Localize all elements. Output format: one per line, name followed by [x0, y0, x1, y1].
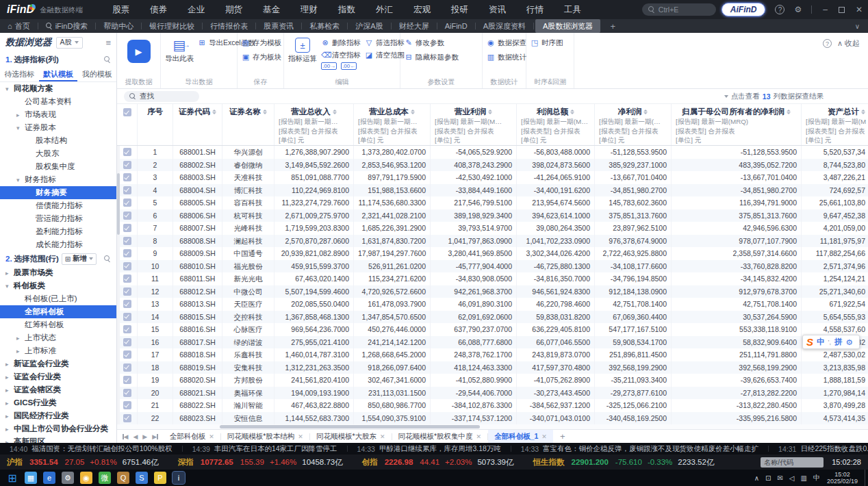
taskbar-clock[interactable]: 15:02 2025/02/19 — [827, 471, 858, 485]
indicator-item[interactable]: ▾财务指标 — [0, 173, 116, 186]
first-sheet-button[interactable]: ◀ — [123, 433, 128, 440]
indicator-item[interactable]: 营运能力指标 — [0, 212, 116, 225]
sidebar-tab[interactable]: 待选指标 — [0, 67, 39, 81]
table-row[interactable]: 17688018.SH乐鑫科技1,460,014,787.31001,268,6… — [117, 348, 868, 361]
new-tab-button[interactable]: + — [602, 21, 624, 31]
nav-tab[interactable]: iFinD搜索 — [38, 19, 96, 33]
nav-tab[interactable]: 沪深A股 — [348, 19, 390, 33]
table-row[interactable]: 19688020.SH方邦股份241,561,820.4100302,467,3… — [117, 374, 868, 387]
help-icon[interactable]: ? — [823, 39, 832, 48]
table-row[interactable]: 22688023.SH安恒信息1,144,552,683.73001,554,0… — [117, 412, 868, 425]
nav-tab[interactable]: 私募检索 — [302, 19, 347, 33]
app-tiles-icon[interactable]: ▦ — [25, 472, 37, 484]
market-select[interactable]: A股 — [56, 37, 84, 49]
column-header-parent[interactable]: 归属于母公司所有者的净利润[报告期] 最新一期(MRQ)[报表类型] 合并报表[… — [672, 104, 802, 145]
row-checkbox[interactable] — [123, 338, 131, 346]
row-checkbox[interactable] — [123, 363, 131, 372]
titlebar-menu[interactable]: 宏观 — [403, 0, 441, 19]
column-header-name[interactable]: 证券名称 — [222, 104, 275, 145]
help-icon[interactable]: ? — [775, 5, 784, 14]
add-sheet-button[interactable]: + — [553, 431, 572, 442]
titlebar-menu[interactable]: 工具 — [554, 0, 591, 19]
close-icon[interactable]: ✕ — [380, 433, 385, 440]
table-row[interactable]: 4688004.SH博汇科技110,224,969.8100151,988,15… — [117, 184, 868, 197]
aifind-button[interactable]: AiFinD — [722, 3, 766, 16]
extract-data-button[interactable]: ▶ — [127, 40, 151, 63]
sidebar-collapse-icon[interactable]: ≡ — [105, 38, 111, 48]
indicator-item[interactable]: 财务摘要 — [0, 186, 116, 199]
table-row[interactable]: 2688002.SH睿创微纳3,149,845,592.26002,853,54… — [117, 159, 868, 172]
app-gear-icon[interactable]: ⚙ — [62, 472, 74, 484]
sheet-tab[interactable]: 同花顺模板*股本结构✕ — [221, 430, 309, 444]
column-header-rev[interactable]: 营业总收入[报告期] 最新一期…[报表类型] 合并报表[单位] 元 — [275, 104, 354, 145]
delete-indicator-button[interactable]: ⊗ 删除指标 — [321, 38, 361, 48]
nav-tab[interactable]: 帮助中心 — [96, 19, 141, 33]
column-header-total[interactable]: 利润总额[报告期] 最新一期(M…[报表类型] 合并报表[单位] 元 — [517, 104, 595, 145]
row-checkbox[interactable] — [123, 212, 131, 220]
ime-mode-button[interactable]: 中 — [817, 337, 825, 347]
table-row[interactable]: 5688005.SH容百科技11,323,274,729.760011,174,… — [117, 196, 868, 209]
tray-volume-icon[interactable]: ◁ — [789, 474, 795, 482]
scrollbar-thumb[interactable] — [220, 425, 480, 429]
search-icon[interactable] — [104, 255, 111, 262]
scope-item[interactable]: ▸上市标准 — [0, 344, 116, 357]
next-sheet-button[interactable]: ▶ — [142, 433, 147, 440]
nav-tab[interactable]: 银行理财比较 — [142, 19, 202, 33]
row-checkbox[interactable] — [123, 313, 131, 321]
chevron-down-icon[interactable]: ∨ — [855, 23, 860, 30]
sogou-icon[interactable]: S — [806, 336, 813, 348]
close-icon[interactable]: ✕ — [476, 433, 482, 440]
tray-app-icon[interactable]: ⊡ — [765, 474, 771, 482]
close-icon[interactable]: ✕ — [541, 433, 547, 440]
table-row[interactable]: 12688012.SH中微公司5,507,194,599.46004,720,9… — [117, 285, 868, 298]
collapse-toolbar-button[interactable]: ∧ 收起 — [837, 38, 860, 49]
save-block-button[interactable]: ▣ 存为板块 — [242, 52, 279, 62]
table-row[interactable]: 7688007.SH光峰科技1,719,599,203.83001,685,22… — [117, 222, 868, 235]
table-row[interactable]: 1688001.SH华兴源创1,276,388,907.29001,373,28… — [117, 146, 868, 159]
clear-scope-button[interactable]: ◪ 清空范围 — [365, 50, 405, 60]
scope-item[interactable]: ▾科创板类 — [0, 279, 116, 292]
row-checkbox[interactable] — [123, 389, 131, 397]
tray-mail-icon[interactable]: ✉ — [777, 474, 782, 482]
row-checkbox[interactable] — [123, 237, 131, 245]
row-checkbox[interactable] — [123, 186, 131, 194]
row-checkbox[interactable] — [123, 173, 131, 181]
indicator-item[interactable]: 大股东 — [0, 147, 116, 160]
indicator-calc-button[interactable]: ± 指标运算 — [288, 38, 317, 77]
row-checkbox[interactable] — [123, 249, 131, 257]
indicator-item[interactable]: 偿债能力指标 — [0, 199, 116, 212]
indicator-item[interactable]: 公司基本资料 — [0, 95, 116, 108]
scope-item[interactable]: ▸上市状态 — [0, 331, 116, 344]
close-icon[interactable]: ✕ — [209, 433, 214, 440]
sheet-tab[interactable]: 同花顺模板*股权集中度✕ — [392, 430, 488, 444]
table-search-input[interactable]: 查找 — [124, 91, 199, 102]
scope-item[interactable]: ▸新证监会行业类 — [0, 357, 116, 370]
modify-params-button[interactable]: ✎ 修改参数 — [405, 38, 478, 48]
titlebar-menu[interactable]: 指数 — [328, 0, 366, 19]
row-checkbox[interactable] — [123, 401, 131, 409]
scope-item[interactable]: ▸中国上市公司协会行业分类 — [0, 422, 116, 435]
app-ifind-icon[interactable]: i — [173, 472, 185, 484]
code-search-input[interactable]: 名称/代码 — [761, 457, 824, 468]
last-sheet-button[interactable]: ▶ — [152, 433, 157, 440]
app-circle-icon[interactable]: ◉ — [80, 472, 92, 484]
row-checkbox[interactable] — [123, 376, 131, 384]
indicator-item[interactable]: ▾同花顺方案 — [0, 82, 116, 95]
decimal-increase-button[interactable]: .00→ — [321, 62, 337, 70]
add-scope-button[interactable]: ⊞ 新增 — [62, 253, 97, 265]
titlebar-menu[interactable]: 股票 — [102, 0, 140, 19]
table-row[interactable]: 9688009.SH中国通号20,939,821,082.890017,987,… — [117, 247, 868, 260]
scope-item[interactable]: ▸GICS行业类 — [0, 396, 116, 409]
titlebar-menu[interactable]: 投研 — [441, 0, 478, 19]
nav-tab[interactable]: 财经大屏 — [392, 19, 437, 33]
titlebar-menu[interactable]: 期货 — [215, 0, 253, 19]
show-desktop-button[interactable] — [865, 470, 868, 486]
scope-item[interactable]: ▸证监会辖区类 — [0, 383, 116, 396]
app-wechat-icon[interactable]: 微 — [99, 472, 111, 484]
row-checkbox[interactable] — [123, 148, 131, 156]
ime-pinyin-button[interactable]: 拼 — [834, 337, 843, 347]
sheet-tab[interactable]: 全部科创板✕ — [164, 430, 220, 444]
nav-tab[interactable]: 行情报价表 — [203, 19, 255, 33]
close-icon[interactable]: ✕ — [298, 433, 303, 440]
row-checkbox[interactable] — [123, 224, 131, 232]
